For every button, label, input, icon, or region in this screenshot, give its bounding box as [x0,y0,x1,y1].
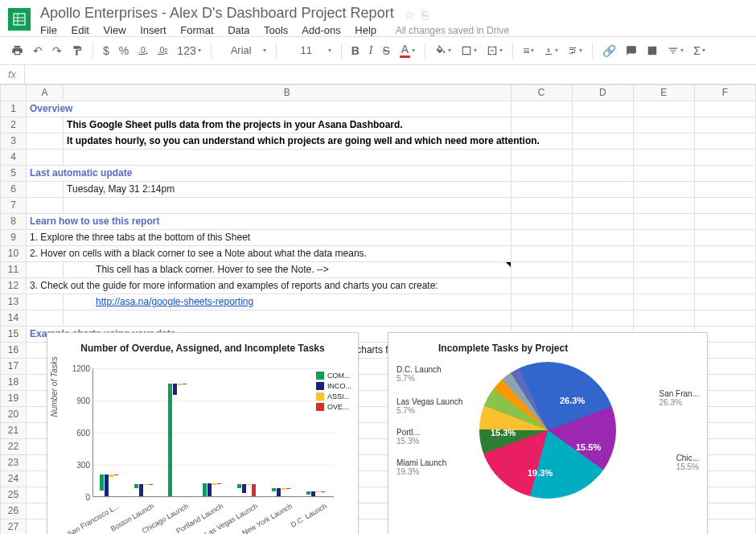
fill-color-button[interactable]: ▾ [432,43,454,59]
svg-rect-0 [14,14,25,25]
row-header[interactable]: 9 [1,229,27,245]
row-header[interactable]: 6 [1,181,27,197]
menu-data[interactable]: Data [228,24,249,36]
cell-with-note[interactable]: This cell has a black corner. Hover to s… [64,261,512,277]
pie-label: D.C. Launch5.7% [396,365,442,383]
document-title[interactable]: Apollo Enterprises - Alex D's Dashboard … [40,5,394,22]
row-header[interactable]: 24 [1,470,27,487]
menu-format[interactable]: Format [180,24,213,36]
text-wrap-button[interactable]: ▾ [565,43,585,58]
font-family-select[interactable]: Arial▾ [218,40,269,60]
cell[interactable]: Overview [27,101,512,117]
row-header[interactable]: 23 [1,454,27,470]
row-header[interactable]: 2 [1,117,27,133]
row-header[interactable]: 27 [1,519,27,534]
insert-link-icon[interactable]: 🔗 [599,42,619,60]
cell[interactable]: 2. Hover on cells with a black corner to… [27,245,512,261]
row-header[interactable]: 3 [1,133,27,149]
decrease-decimal[interactable]: .0↓ [135,43,151,57]
col-header[interactable]: E [633,84,694,101]
menu-file[interactable]: File [40,24,57,36]
row-header[interactable]: 17 [1,358,27,374]
insert-comment-icon[interactable] [622,43,640,59]
row-header[interactable]: 16 [1,342,27,358]
more-formats[interactable]: 123▾ [174,42,203,60]
row-header[interactable]: 22 [1,438,27,454]
italic-button[interactable]: I [366,42,376,60]
row-header[interactable]: 12 [1,277,27,294]
font-size-select[interactable]: 11▾ [283,40,335,60]
merge-cells-button[interactable]: ▾ [483,43,506,59]
row-header[interactable]: 15 [1,326,27,342]
cell[interactable]: Tuesday, May 31 2:14pm [64,181,512,197]
print-icon[interactable] [8,42,27,59]
y-axis-label: Number of Tasks [50,356,59,417]
row-header[interactable]: 19 [1,390,27,406]
spreadsheet-grid[interactable]: A B C D E F 1Overview 2This Google Sheet… [0,84,756,534]
col-header[interactable]: F [694,84,755,101]
row-header[interactable]: 18 [1,374,27,390]
row-header[interactable]: 1 [1,101,27,117]
pie-label: San Fran...26.3% [659,389,699,407]
row-header[interactable]: 21 [1,422,27,438]
vertical-align-button[interactable]: ▾ [540,43,561,58]
menu-help[interactable]: Help [355,24,376,36]
strikethrough-button[interactable]: S [380,42,393,60]
cell[interactable]: 1. Explore the three tabs at the bottom … [27,229,512,245]
row-header[interactable]: 11 [1,261,27,277]
menu-edit[interactable]: Edit [72,24,89,36]
formula-input[interactable] [25,65,756,84]
cell[interactable]: Learn how to use this report [27,213,512,229]
borders-button[interactable]: ▾ [458,43,480,59]
menu-tools[interactable]: Tools [264,24,288,36]
row-header[interactable]: 7 [1,197,27,213]
menubar: File Edit View Insert Format Data Tools … [40,24,748,36]
menu-addons[interactable]: Add-ons [302,24,340,36]
bar-chart[interactable]: Number of Overdue, Assigned, and Incompl… [47,332,359,534]
menu-insert[interactable]: Insert [140,24,166,36]
pie-label: Chic...15.5% [676,454,699,471]
col-header[interactable]: C [511,84,572,101]
cell[interactable]: Last automatic update [27,165,512,181]
increase-decimal[interactable]: .00 [154,43,171,57]
row-header[interactable]: 4 [1,149,27,165]
col-header[interactable]: A [27,84,64,101]
insert-chart-icon[interactable] [643,43,661,59]
col-header[interactable]: D [572,84,633,101]
col-header[interactable]: B [64,84,512,101]
paint-format-icon[interactable] [68,43,86,59]
format-currency[interactable]: $ [100,42,113,60]
cell[interactable]: http://asa.na/google-sheets-reporting [64,294,512,310]
chart-title: Number of Overdue, Assigned, and Incompl… [47,343,358,354]
cell[interactable]: 3. Check out the guide for more informat… [27,277,512,294]
slice-pct: 26.3% [560,396,585,405]
bold-button[interactable]: B [348,42,363,60]
row-header[interactable]: 14 [1,310,27,326]
row-header[interactable]: 8 [1,213,27,229]
redo-icon[interactable]: ↷ [49,42,65,60]
format-percent[interactable]: % [116,42,132,60]
row-header[interactable]: 20 [1,406,27,422]
formula-bar: fx [0,65,756,84]
menu-view[interactable]: View [104,24,126,36]
row-header[interactable]: 25 [1,487,27,503]
save-status: All changes saved in Drive [396,25,509,36]
cell[interactable]: This Google Sheet pulls data from the pr… [64,117,512,133]
row-header[interactable]: 10 [1,245,27,261]
undo-icon[interactable]: ↶ [30,42,46,60]
cell[interactable]: It updates hourly, so you can understand… [64,133,512,149]
move-icon[interactable]: ⎘ [421,8,429,22]
row-header[interactable]: 26 [1,503,27,519]
slice-pct: 15.5% [576,442,601,452]
functions-icon[interactable]: Σ▾ [690,42,709,60]
text-color-button[interactable]: A▾ [396,40,418,60]
horizontal-align-button[interactable]: ≡▾ [520,42,537,60]
guide-link[interactable]: http://asa.na/google-sheets-reporting [96,296,253,307]
plot-area: 03006009001200San Francisco L...Boston L… [92,368,334,497]
star-icon[interactable]: ☆ [405,8,415,22]
filter-icon[interactable]: ▾ [664,43,687,59]
row-header[interactable]: 5 [1,165,27,181]
row-header[interactable]: 13 [1,294,27,310]
sheets-logo[interactable] [8,8,31,31]
pie-chart[interactable]: Incomplete Tasks by Project 26.3% 15.5% … [388,332,708,534]
